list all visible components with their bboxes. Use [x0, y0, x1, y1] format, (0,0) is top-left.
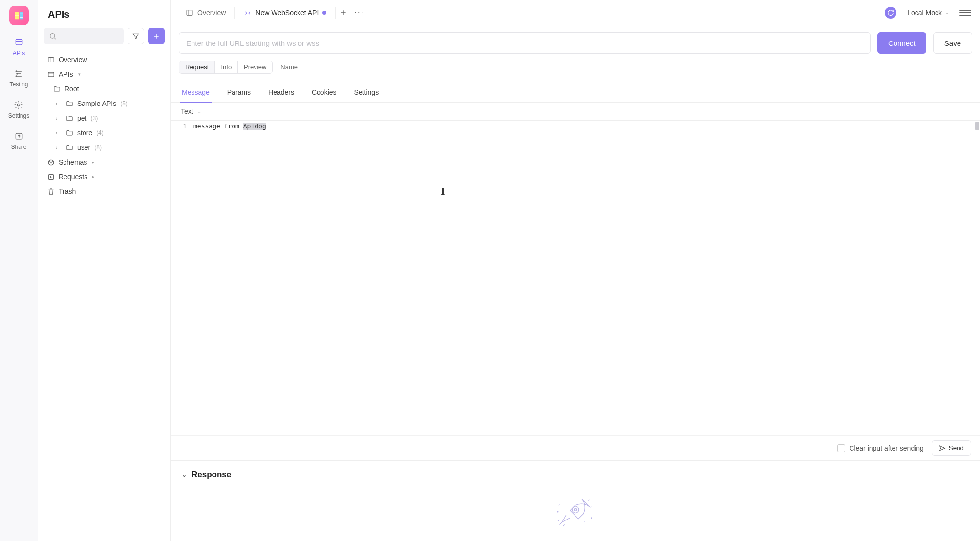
svg-rect-12 [187, 10, 192, 15]
cube-icon [47, 159, 55, 166]
tree-apis[interactable]: APIs ▾ [44, 67, 165, 82]
add-tab-button[interactable] [336, 5, 351, 21]
folder-icon [65, 100, 73, 107]
folder-icon [53, 85, 61, 93]
tree-root[interactable]: Root [44, 82, 165, 96]
tree-label: pet [77, 114, 86, 122]
folder-icon [65, 129, 73, 137]
checkbox-label: Clear input after sending [849, 444, 924, 452]
settings-icon [13, 100, 24, 110]
environment-selector[interactable]: Local Mock ⌄ [902, 7, 954, 19]
url-input[interactable] [179, 32, 871, 54]
view-segment: Request Info Preview [179, 61, 273, 74]
rail-item-apis[interactable]: APIs [13, 37, 25, 57]
view-segment-row: Request Info Preview [171, 61, 980, 74]
code-area[interactable]: message from Apidog I [191, 121, 980, 435]
tree-schemas[interactable]: Schemas ▸ [44, 155, 165, 169]
svg-rect-1 [19, 12, 22, 20]
tree-requests[interactable]: Requests ▸ [44, 169, 165, 184]
add-button[interactable] [148, 28, 165, 44]
tree-label: Sample APIs [77, 100, 116, 107]
rail-label: Testing [9, 81, 28, 88]
request-tabs: Message Params Headers Cookies Settings [171, 79, 980, 103]
tab-websocket[interactable]: New WebSocket API [235, 0, 335, 25]
subtab-params[interactable]: Params [225, 84, 253, 102]
left-rail: APIs Testing Settings Share [0, 0, 38, 541]
editor-footer: Clear input after sending Send [171, 435, 980, 460]
tree-label: user [77, 144, 90, 151]
subtab-message[interactable]: Message [180, 84, 212, 102]
line-number: 1 [171, 123, 187, 130]
tree-label: Schemas [59, 158, 87, 166]
text-cursor-icon: I [441, 185, 445, 198]
filter-button[interactable] [128, 28, 144, 44]
folder-icon [65, 115, 73, 122]
chevron-icon: › [56, 130, 62, 136]
line-gutter: 1 [171, 121, 191, 435]
search-icon [49, 32, 57, 40]
checkbox-icon [837, 444, 845, 452]
response-header[interactable]: ⌄ Response [182, 470, 969, 479]
send-label: Send [949, 444, 964, 452]
seg-request[interactable]: Request [179, 61, 215, 73]
name-input[interactable] [277, 62, 336, 73]
seg-preview[interactable]: Preview [238, 61, 272, 73]
rail-label: APIs [13, 50, 25, 57]
tab-label: New WebSocket API [256, 9, 319, 17]
caret-icon: ▸ [92, 174, 95, 179]
rail-item-share[interactable]: Share [11, 131, 26, 150]
sidebar: APIs Overview APIs ▾ R [38, 0, 171, 541]
sidebar-search[interactable] [44, 28, 124, 44]
trash-icon [47, 188, 55, 195]
tab-overview[interactable]: Overview [177, 0, 234, 25]
rail-item-testing[interactable]: Testing [9, 68, 28, 88]
tree-folder-store[interactable]: › store (4) [44, 125, 165, 140]
connect-button[interactable]: Connect [877, 32, 926, 54]
message-editor[interactable]: 1 message from Apidog I [171, 120, 980, 435]
save-button[interactable]: Save [933, 32, 972, 54]
subtab-headers[interactable]: Headers [266, 84, 296, 102]
svg-point-14 [574, 508, 576, 511]
env-label: Local Mock [907, 9, 942, 17]
clear-checkbox[interactable]: Clear input after sending [837, 444, 924, 452]
svg-point-8 [50, 34, 55, 38]
tree-count: (4) [96, 129, 104, 136]
tree-label: APIs [59, 70, 73, 78]
sidebar-title: APIs [38, 0, 170, 24]
chevron-down-icon: ⌄ [182, 471, 187, 478]
tree-label: Overview [59, 56, 87, 63]
caret-icon: ▸ [92, 160, 94, 165]
folder-icon [65, 144, 73, 151]
rail-item-settings[interactable]: Settings [8, 100, 29, 119]
more-tabs-button[interactable]: ··· [351, 5, 367, 21]
tree-label: store [77, 129, 92, 137]
tree-folder-pet[interactable]: › pet (3) [44, 111, 165, 125]
tree-folder-sample[interactable]: › Sample APIs (5) [44, 96, 165, 111]
svg-rect-10 [48, 72, 53, 77]
send-button[interactable]: Send [932, 440, 971, 456]
websocket-icon [244, 9, 252, 17]
scrollbar-thumb[interactable] [975, 122, 979, 130]
app-logo [9, 6, 29, 25]
unsaved-dot-icon [322, 11, 326, 15]
env-badge-icon[interactable] [885, 7, 896, 19]
tree-trash[interactable]: Trash [44, 184, 165, 199]
svg-point-15 [591, 518, 592, 519]
tree-folder-user[interactable]: › user (8) [44, 140, 165, 155]
tree-count: (8) [94, 144, 102, 151]
seg-info[interactable]: Info [215, 61, 238, 73]
plus-icon [340, 9, 347, 17]
subtab-settings[interactable]: Settings [352, 84, 381, 102]
tree-overview[interactable]: Overview [44, 52, 165, 67]
code-text: message from [193, 123, 243, 130]
svg-point-6 [18, 104, 20, 106]
format-selector[interactable]: Text ⌄ [171, 103, 980, 120]
hamburger-menu[interactable] [959, 10, 971, 16]
subtab-cookies[interactable]: Cookies [310, 84, 339, 102]
api-icon [47, 71, 55, 78]
share-icon [14, 131, 24, 142]
tab-label: Overview [197, 9, 226, 17]
request-icon [47, 173, 55, 181]
code-highlight: Apidog [243, 123, 266, 130]
tab-bar: Overview New WebSocket API ··· Local Moc… [171, 0, 980, 25]
